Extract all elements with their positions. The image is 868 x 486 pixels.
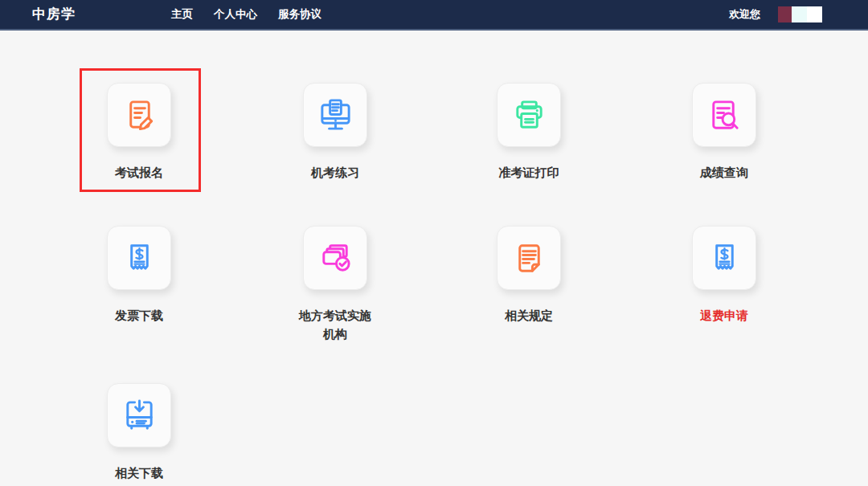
card-tile <box>497 226 561 290</box>
folders-check-icon <box>317 239 354 277</box>
card-score-inquiry[interactable]: 成绩查询 <box>660 83 788 182</box>
document-search-icon <box>706 96 743 134</box>
document-lines-icon <box>510 239 548 277</box>
card-tile <box>107 226 171 290</box>
page: 中房学 主页 个人中心 服务协议 欢迎您 考试报名 <box>0 0 868 486</box>
nav-item-personal-center[interactable]: 个人中心 <box>214 7 257 22</box>
main-nav: 主页 个人中心 服务协议 <box>171 0 321 29</box>
card-related-downloads[interactable]: 相关下载 <box>75 383 203 482</box>
user-badge[interactable] <box>778 6 822 22</box>
card-label: 相关下载 <box>75 464 203 482</box>
card-label: 退费申请 <box>660 306 788 325</box>
user-badge-redacted-segment <box>792 6 807 22</box>
card-label: 成绩查询 <box>660 163 788 182</box>
card-exam-registration[interactable]: 考试报名 <box>75 83 203 182</box>
card-tile <box>497 83 561 147</box>
brand-logo[interactable]: 中房学 <box>32 0 76 29</box>
card-admission-ticket-print[interactable]: 准考证打印 <box>465 83 593 182</box>
card-label: 准考证打印 <box>465 163 593 182</box>
welcome-text: 欢迎您 <box>729 7 760 22</box>
app-header: 中房学 主页 个人中心 服务协议 欢迎您 <box>0 0 868 31</box>
card-related-regulations[interactable]: 相关规定 <box>465 226 593 325</box>
card-label: 发票下载 <box>75 306 203 325</box>
card-tile <box>692 83 756 147</box>
card-tile <box>303 83 367 147</box>
card-refund-application[interactable]: 退费申请 <box>660 226 788 325</box>
card-tile <box>107 83 171 147</box>
card-local-exam-agencies[interactable]: 地方考试实施机构 <box>271 226 399 344</box>
card-tile <box>107 383 171 447</box>
user-badge-redacted-segment <box>807 6 822 22</box>
monitor-document-icon <box>317 96 354 134</box>
user-area: 欢迎您 <box>729 0 822 29</box>
download-box-icon <box>121 397 158 435</box>
card-label: 相关规定 <box>465 306 593 325</box>
printer-icon <box>510 96 548 134</box>
card-tile <box>692 226 756 290</box>
card-computer-exam-practice[interactable]: 机考练习 <box>271 83 399 182</box>
card-tile <box>303 226 367 290</box>
nav-item-service-agreement[interactable]: 服务协议 <box>278 7 321 22</box>
card-invoice-download[interactable]: 发票下载 <box>75 226 203 325</box>
document-pencil-icon <box>121 96 158 134</box>
receipt-dollar-icon <box>706 239 743 277</box>
nav-item-home[interactable]: 主页 <box>171 7 193 22</box>
card-label: 考试报名 <box>75 163 203 182</box>
card-label: 地方考试实施机构 <box>297 306 374 344</box>
receipt-dollar-icon <box>121 239 158 277</box>
user-badge-redacted-segment <box>778 6 792 22</box>
card-label: 机考练习 <box>271 163 399 182</box>
